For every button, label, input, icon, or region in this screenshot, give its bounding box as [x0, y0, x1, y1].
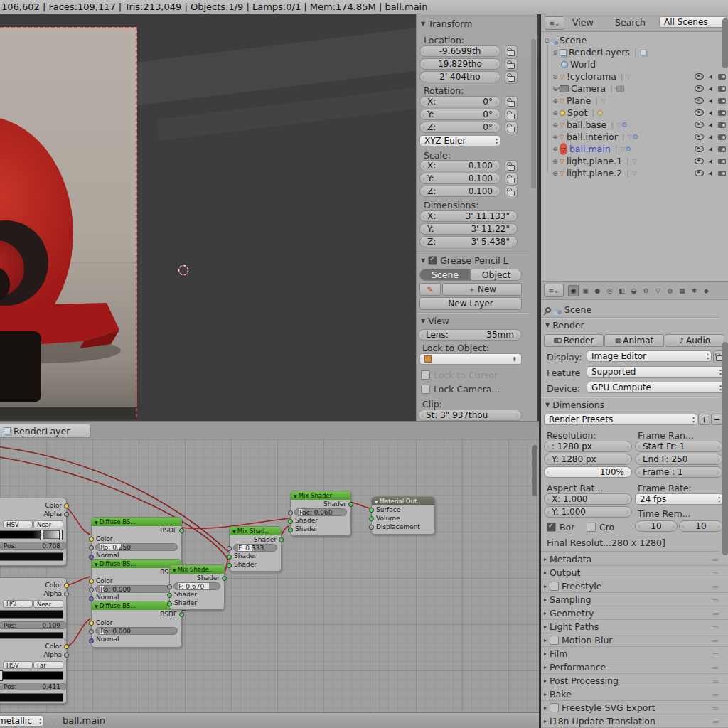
outliner-display-mode-button[interactable]: ≡⌄: [545, 16, 564, 30]
lock-to-cursor-row[interactable]: Lock to Cursor: [421, 370, 498, 380]
panel-i18n-update-translation[interactable]: ▸I18n Update Translation=: [541, 714, 728, 728]
outliner-row-spot[interactable]: ⊕ Spot |: [541, 107, 728, 119]
fac-input-socket[interactable]: [167, 584, 172, 589]
selectable-arrow-icon[interactable]: [707, 157, 715, 165]
panel-film[interactable]: ▸Film=: [541, 647, 728, 660]
alpha-output-socket[interactable]: [64, 592, 69, 596]
props-tab-constraints[interactable]: ◒: [628, 285, 639, 296]
clip-start-field[interactable]: St: 3" 937thou: [418, 410, 522, 421]
panel-freestyle[interactable]: ▸Freestyle=: [541, 579, 728, 593]
ramp-handle[interactable]: [0, 670, 3, 681]
selectable-arrow-icon[interactable]: [707, 109, 715, 117]
grease-tab-object[interactable]: Object: [471, 269, 522, 281]
visibility-eye-icon[interactable]: [695, 134, 704, 140]
lock-location-y-button[interactable]: [505, 58, 518, 71]
lock-location-x-button[interactable]: [505, 46, 518, 58]
lens-field[interactable]: Lens: 35mm: [418, 329, 522, 341]
visibility-eye-icon[interactable]: [695, 73, 704, 80]
shader-output-socket[interactable]: [348, 502, 353, 507]
selectable-arrow-icon[interactable]: [707, 169, 715, 177]
displacement-input-socket[interactable]: [369, 525, 374, 530]
shader-input-socket[interactable]: [167, 601, 172, 606]
visibility-eye-icon[interactable]: [695, 146, 704, 152]
expand-plus-icon[interactable]: ⊕: [551, 170, 560, 177]
fac-slider[interactable]: F: 0.333: [233, 544, 277, 552]
resolution-y-field[interactable]: Y: 1280 px: [544, 454, 632, 465]
props-tab-world[interactable]: ◎: [604, 285, 615, 296]
aspect-y-field[interactable]: Y: 1.000: [544, 506, 632, 518]
lock-location-z-button[interactable]: [505, 71, 518, 84]
renderable-camera-icon[interactable]: [718, 171, 726, 176]
lock-scale-y-button[interactable]: [505, 173, 518, 186]
outliner-scenes-filter-dropdown[interactable]: All Scenes ▴▾: [659, 16, 727, 28]
resolution-percentage-slider[interactable]: 100%: [544, 466, 632, 478]
mix-shader-node-1[interactable]: ▼Mix Shade.. Shader F: 0.670 Shader Shad…: [169, 564, 225, 610]
outliner-row-plane[interactable]: ⊕ Plane |: [541, 95, 728, 107]
ramp-color-swatch[interactable]: [0, 693, 63, 702]
panel-metadata[interactable]: ▸Metadata=: [541, 552, 728, 566]
dimensions-panel-header[interactable]: ▼ Dimensions =: [545, 400, 604, 410]
visibility-eye-icon[interactable]: [695, 97, 704, 104]
renderable-camera-icon[interactable]: [718, 122, 726, 128]
material-output-node[interactable]: ▼Material Out.. Surface Volume Displacem…: [371, 496, 435, 535]
expand-plus-icon[interactable]: ⊕: [551, 158, 560, 165]
renderable-camera-icon[interactable]: [718, 159, 726, 164]
props-tab-render[interactable]: ◉: [568, 285, 579, 296]
colorramp-node-2[interactable]: Color Alpha HSL Near Pos: 0.109: [0, 577, 67, 643]
display-dropdown[interactable]: Image Editor ▴▾: [587, 350, 712, 362]
time-remap-new-field[interactable]: 10: [679, 520, 723, 532]
location-z-field[interactable]: 2' 404tho: [419, 71, 500, 82]
props-tab-renderlayers[interactable]: ▣: [580, 285, 591, 296]
outliner-row-ball-interior[interactable]: ⊕ ball.interior |: [541, 131, 728, 143]
diffuse-bsdf-node-2[interactable]: ▼Diffuse BS... BSDF Color Ro: 0.000 Norm…: [91, 559, 182, 606]
crop-checkbox-row[interactable]: Cro: [587, 522, 614, 532]
props-tab-scene[interactable]: ●: [592, 285, 603, 296]
panel-freestyle-svg-export[interactable]: ▸Freestyle SVG Export=: [541, 701, 728, 714]
selectable-arrow-icon[interactable]: [707, 85, 715, 92]
material-selector-dropdown[interactable]: metallic ▴▾: [0, 715, 44, 727]
outliner-view-menu[interactable]: View: [572, 17, 594, 28]
outliner-row-ball-base[interactable]: ⊕ ball.base |: [541, 119, 728, 131]
lock-camera-checkbox[interactable]: [421, 385, 430, 394]
resolution-x-field[interactable]: : 1280 px: [544, 441, 632, 452]
lock-to-object-field[interactable]: [419, 353, 522, 365]
shader-input-socket[interactable]: [288, 528, 293, 532]
lock-camera-row[interactable]: Lock Camera...: [421, 384, 500, 395]
props-tab-particles[interactable]: ✱: [689, 285, 700, 296]
roughness-slider[interactable]: Ro: 0.000: [95, 627, 178, 635]
lock-scale-x-button[interactable]: [505, 160, 518, 173]
border-checkbox-row[interactable]: Bor: [547, 522, 574, 532]
bsdf-output-socket[interactable]: [179, 612, 184, 617]
outliner-scrollbar[interactable]: [722, 18, 728, 68]
color-output-socket[interactable]: [64, 583, 69, 588]
colorramp-node-1[interactable]: Color Alpha HSV Near Pos: 0.708: [0, 498, 67, 566]
selectable-arrow-icon[interactable]: [707, 121, 715, 129]
panel-geometry[interactable]: ▸Geometry=: [541, 606, 728, 620]
outliner-row-cyclorama[interactable]: ⊕ !cyclorama |: [541, 70, 728, 82]
alpha-output-socket[interactable]: [64, 512, 69, 517]
device-dropdown[interactable]: GPU Compute ▴▾: [587, 382, 724, 393]
outliner-row-scene[interactable]: ⊖ Scene: [541, 34, 728, 46]
renderable-camera-icon[interactable]: [718, 146, 726, 152]
rotation-z-field[interactable]: Z:0°: [419, 122, 500, 133]
panel-performance[interactable]: ▸Performance=: [541, 660, 728, 674]
frame-rate-dropdown[interactable]: 24 fps ▴▾: [635, 493, 723, 505]
renderable-camera-icon[interactable]: [718, 86, 726, 92]
freestyle-svg-checkbox[interactable]: [550, 703, 559, 712]
props-tab-physics[interactable]: ◆: [701, 285, 712, 296]
new-layer-button[interactable]: New Layer: [419, 297, 522, 310]
node-header[interactable]: ▼Mix Shad..: [230, 527, 281, 535]
expand-plus-icon[interactable]: ⊕: [551, 146, 560, 153]
lock-rotation-z-button[interactable]: [505, 122, 518, 134]
properties-scrollbar[interactable]: [722, 342, 728, 555]
scale-z-field[interactable]: Z:0.100: [419, 186, 500, 197]
audio-button[interactable]: ♪ Audio: [665, 334, 724, 347]
expand-plus-icon[interactable]: ⊕: [551, 109, 560, 117]
ramp-color-mode-dropdown[interactable]: HSV: [3, 661, 33, 669]
ramp-handle[interactable]: [40, 530, 43, 540]
shader-input-socket[interactable]: [167, 593, 172, 598]
node-header[interactable]: ▼Material Out..: [372, 497, 434, 505]
panel-output[interactable]: ▸Output=: [541, 566, 728, 579]
ramp-position-field[interactable]: Pos: 0.109: [0, 621, 67, 629]
outliner-row-world[interactable]: World: [541, 58, 728, 70]
